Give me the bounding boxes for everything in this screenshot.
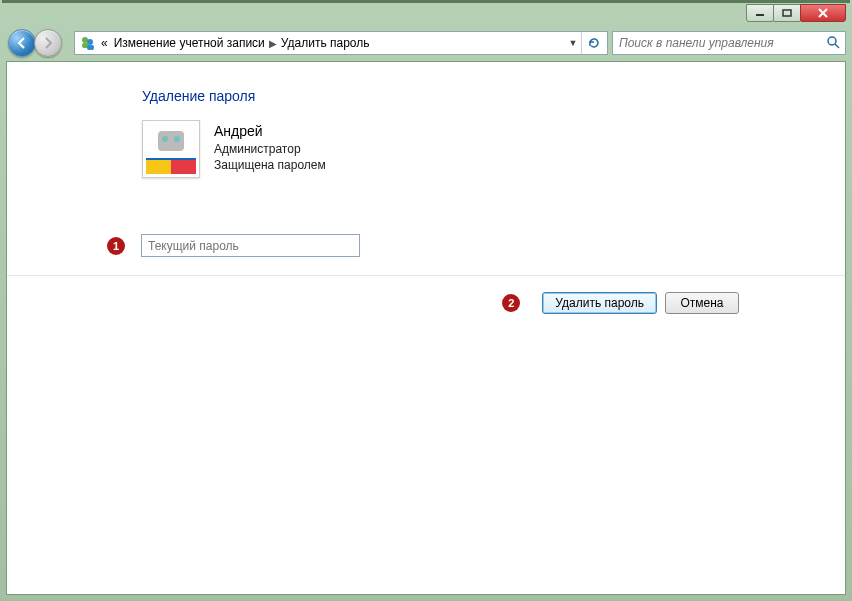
close-button[interactable] [800,4,846,22]
content-area: Удаление пароля Андрей Администратор Защ… [6,61,846,595]
svg-rect-5 [87,45,94,50]
maximize-button[interactable] [773,4,801,22]
search-icon[interactable] [825,35,841,52]
address-right: ▼ [565,32,605,54]
step-marker-1: 1 [107,237,125,255]
password-row: 1 [7,178,845,275]
forward-button[interactable] [34,29,62,57]
svg-rect-1 [783,10,791,16]
address-bar[interactable]: « Изменение учетной записи ▶ Удалить пар… [74,31,608,55]
nav-buttons [6,29,74,57]
search-input[interactable] [617,35,825,51]
svg-line-7 [835,44,839,48]
search-bar[interactable] [612,31,846,55]
breadcrumb-overflow[interactable]: « [101,36,108,50]
delete-password-button[interactable]: Удалить пароль [542,292,657,314]
svg-rect-0 [756,14,764,16]
step-marker-2: 2 [502,294,520,312]
user-role: Администратор [214,141,326,157]
user-block: Андрей Администратор Защищена паролем [7,120,845,178]
nav-row: « Изменение учетной записи ▶ Удалить пар… [6,26,846,60]
back-button[interactable] [8,29,36,57]
user-protection: Защищена паролем [214,157,326,173]
minimize-button[interactable] [746,4,774,22]
address-dropdown[interactable]: ▼ [565,38,581,48]
avatar-image [146,124,196,174]
breadcrumb: « Изменение учетной записи ▶ Удалить пар… [101,36,370,50]
chevron-right-icon[interactable]: ▶ [269,38,277,49]
current-password-input[interactable] [141,234,360,257]
user-name: Андрей [214,122,326,141]
action-row: 2 Удалить пароль Отмена [7,276,845,314]
window-controls [747,4,846,22]
refresh-button[interactable] [581,32,605,54]
svg-point-6 [828,37,836,45]
breadcrumb-item[interactable]: Удалить пароль [281,36,370,50]
user-info: Андрей Администратор Защищена паролем [214,120,326,173]
window-frame: « Изменение учетной записи ▶ Удалить пар… [0,0,852,601]
breadcrumb-item[interactable]: Изменение учетной записи [114,36,265,50]
users-icon [79,34,97,52]
avatar [142,120,200,178]
titlebar [6,4,846,26]
page-title: Удаление пароля [7,62,845,120]
cancel-button[interactable]: Отмена [665,292,739,314]
